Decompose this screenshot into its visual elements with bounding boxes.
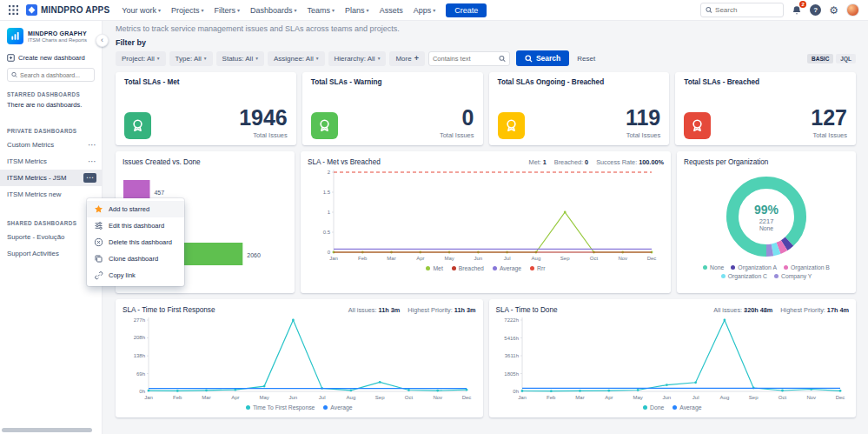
menu-item-label: Delete this dashboard	[109, 238, 172, 246]
menu-item-add-to-starred[interactable]: Add to starred	[87, 201, 184, 217]
contains-text-field[interactable]	[428, 51, 510, 66]
legend-dot	[493, 266, 497, 270]
basic-mode-button[interactable]: BASIC	[807, 54, 833, 63]
svg-text:Mar: Mar	[575, 395, 584, 400]
app-switcher-icon[interactable]	[9, 5, 18, 15]
search-icon	[499, 55, 506, 63]
kpi-card-total-slas-ongoing-breached: Total SLAs Ongoing - Breached119Total Is…	[489, 72, 670, 145]
nav-item-filters[interactable]: Filters▾	[215, 6, 241, 15]
svg-text:May: May	[259, 395, 268, 400]
search-button[interactable]: Search	[516, 50, 569, 66]
help-icon[interactable]: ?	[810, 4, 821, 16]
nav-item-teams[interactable]: Teams▾	[308, 6, 335, 15]
app-logo[interactable]: MINDPRO APPS	[26, 4, 109, 16]
nav-item-apps[interactable]: Apps▾	[414, 6, 436, 15]
notifications-bell-icon[interactable]: 2	[792, 5, 802, 16]
svg-text:Oct: Oct	[778, 395, 786, 400]
settings-gear-icon[interactable]: ⚙	[829, 5, 838, 16]
chart-title: SLA - Met vs Breached	[308, 158, 381, 166]
nav-item-dashboards[interactable]: Dashboards▾	[250, 6, 297, 15]
sidebar-app-header: MINDPRO GRAPHY ITSM Charts and Reports	[0, 21, 102, 50]
user-avatar[interactable]	[846, 3, 859, 17]
requests-per-organization-card: Requests per Organization 99% 2217 None …	[677, 151, 856, 293]
filter-project-all[interactable]: Project: All▾	[116, 51, 166, 66]
menu-item-label: Clone dashboard	[109, 255, 158, 263]
stat: Breached:0	[554, 158, 588, 166]
nav-item-plans[interactable]: Plans▾	[345, 6, 369, 15]
chart-title: SLA - Time to First Response	[123, 306, 215, 314]
svg-text:7222h: 7222h	[504, 317, 519, 323]
legend-item: Rrr	[530, 265, 545, 271]
svg-text:69h: 69h	[136, 371, 145, 377]
dashboard-item-custom-metrics[interactable]: Custom Metrics⋯	[0, 137, 102, 153]
filter-type-all[interactable]: Type: All▾	[169, 51, 213, 66]
sla-met-breached-chart: 00.511.52JanFebMarAprMayJunJulAugSepOctN…	[308, 166, 659, 264]
sidebar-collapse-button[interactable]: ‹	[96, 34, 109, 47]
global-search[interactable]	[700, 3, 784, 17]
donut-chart-wrap: 99% 2217 None	[723, 173, 810, 260]
dashboard-item-label: ITSM Metrics new	[7, 190, 61, 198]
contains-text-input[interactable]	[433, 55, 499, 63]
plus-icon: +	[414, 54, 419, 63]
svg-text:Oct: Oct	[405, 395, 414, 400]
legend-item: Average	[673, 404, 701, 411]
svg-text:2060: 2060	[247, 252, 261, 258]
svg-text:Jan: Jan	[144, 395, 153, 400]
nav-item-label: Projects	[171, 6, 200, 15]
nav-item-label: Apps	[414, 6, 432, 15]
sidebar-app-subtitle: ITSM Charts and Reports	[28, 37, 87, 43]
svg-text:1.5: 1.5	[323, 190, 331, 195]
dashboard-search[interactable]	[7, 68, 95, 82]
nav-item-projects[interactable]: Projects▾	[171, 6, 204, 15]
nav-item-label: Assets	[380, 6, 403, 15]
chevron-down-icon: ▾	[378, 56, 381, 61]
menu-item-label: Copy link	[109, 271, 136, 279]
filter-status-all[interactable]: Status: All▾	[216, 51, 264, 66]
jql-mode-button[interactable]: JQL	[836, 54, 856, 63]
dashboard-description: Metrics to track service management issu…	[116, 24, 856, 33]
legend-item: Organization B	[784, 264, 830, 270]
filter-by-label: Filter by	[116, 38, 856, 47]
sla-warning-icon	[311, 112, 338, 139]
menu-item-clone-dashboard[interactable]: Clone dashboard	[87, 250, 184, 267]
dashboard-item-itsm-metrics-jsm[interactable]: ITSM Metrics - JSM⋯	[0, 170, 102, 186]
link-icon	[94, 270, 103, 280]
nav-item-assets[interactable]: Assets	[380, 6, 403, 15]
svg-text:Sep: Sep	[375, 395, 385, 400]
svg-text:2: 2	[328, 170, 331, 175]
notifications-badge: 2	[799, 1, 806, 8]
star-icon	[94, 204, 103, 214]
more-options-icon[interactable]: ⋯	[83, 173, 96, 183]
create-new-dashboard[interactable]: Create new dashboard	[0, 50, 102, 66]
more-options-icon[interactable]: ⋯	[88, 157, 96, 166]
sidebar-app-name: MINDPRO GRAPHY	[28, 30, 87, 37]
edit-icon	[94, 221, 103, 230]
chevron-down-icon: ▾	[201, 7, 203, 13]
global-search-input[interactable]	[715, 6, 779, 14]
filter-assignee-all[interactable]: Assignee: All▾	[268, 51, 325, 66]
dashboard-item-itsm-metrics[interactable]: ITSM Metrics⋯	[0, 153, 102, 170]
svg-text:May: May	[633, 395, 642, 400]
svg-text:277h: 277h	[134, 317, 145, 323]
kpi-caption: Total Issues	[440, 131, 474, 139]
legend-dot	[703, 265, 707, 270]
menu-item-label: Add to starred	[109, 205, 149, 213]
more-options-icon[interactable]: ⋯	[88, 141, 96, 150]
svg-text:208h: 208h	[134, 335, 145, 340]
create-button[interactable]: Create	[446, 3, 487, 17]
horizontal-scrollbar[interactable]	[2, 428, 92, 432]
create-new-dashboard-label: Create new dashboard	[18, 54, 85, 62]
menu-item-copy-link[interactable]: Copy link	[87, 267, 184, 284]
menu-item-edit-this-dashboard[interactable]: Edit this dashboard	[87, 217, 184, 234]
filter-hierarchy-all[interactable]: Hierarchy: All▾	[328, 51, 387, 66]
menu-item-delete-this-dashboard[interactable]: Delete this dashboard	[87, 234, 184, 250]
more-filters-button[interactable]: More +	[389, 51, 425, 66]
donut-percentage: 99%	[754, 203, 779, 217]
dashboard-context-menu: Add to starredEdit this dashboardDelete …	[87, 198, 184, 286]
reset-button[interactable]: Reset	[577, 55, 595, 63]
svg-text:Nov: Nov	[806, 395, 816, 400]
nav-item-your-work[interactable]: Your work▾	[122, 6, 161, 15]
svg-text:Feb: Feb	[547, 395, 556, 400]
chart-title: Requests per Organization	[684, 158, 849, 166]
dashboard-search-input[interactable]	[20, 72, 90, 78]
